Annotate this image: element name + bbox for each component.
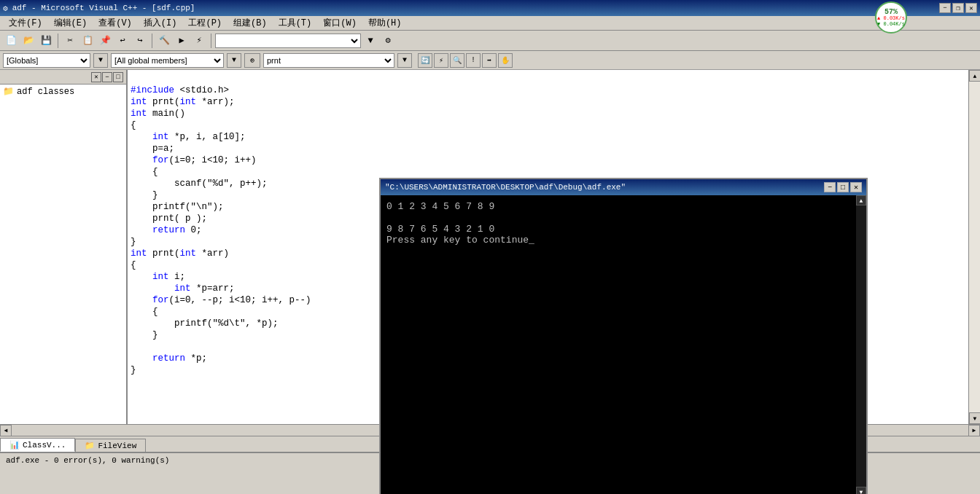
- tab-fileview-icon: 📁: [85, 441, 95, 450]
- terminal-line1: 0 1 2 3 4 5 6 7 8 9: [386, 201, 534, 212]
- tree-item-adf[interactable]: 📁 adf classes: [0, 85, 126, 98]
- toolbar-sep2: [152, 34, 152, 48]
- tab-fileview-label: FileView: [98, 442, 136, 450]
- terminal-close-btn[interactable]: ✕: [850, 182, 862, 192]
- menu-view[interactable]: 查看(V): [93, 16, 138, 30]
- menu-bar: 文件(F) 编辑(E) 查看(V) 插入(I) 工程(P) 组建(B) 工具(T…: [0, 16, 980, 31]
- terminal-window: "C:\USERS\ADMINISTRATOR\DESKTOP\adf\Debu…: [379, 178, 868, 494]
- menu-window[interactable]: 窗口(W): [317, 16, 362, 30]
- paste-button[interactable]: 📌: [97, 33, 113, 49]
- window-title: adf - Microsoft Visual C++ - [sdf.cpp]: [12, 4, 195, 12]
- build-btn1[interactable]: 🔨: [156, 33, 172, 49]
- members-select[interactable]: [All global members]: [111, 53, 224, 68]
- menu-build[interactable]: 组建(B): [228, 16, 273, 30]
- term-scroll-track[interactable]: [856, 205, 866, 487]
- terminal-titlebar: "C:\USERS\ADMINISTRATOR\DESKTOP\adf\Debu…: [381, 179, 866, 195]
- symbol-dropdown-btn[interactable]: ▼: [397, 53, 412, 68]
- tab-classview-label: ClassV...: [23, 441, 66, 450]
- dd-btn1[interactable]: 🔄: [418, 53, 432, 68]
- menu-edit[interactable]: 编辑(E): [48, 16, 93, 30]
- scope-dropdown-btn[interactable]: ▼: [93, 53, 108, 68]
- open-button[interactable]: 📂: [20, 33, 36, 49]
- close-button[interactable]: ✕: [965, 3, 977, 13]
- toolbar-sep3: [211, 34, 211, 48]
- dd-btn3[interactable]: 🔍: [450, 53, 464, 68]
- title-bar: ⚙ adf - Microsoft Visual C++ - [sdf.cpp]…: [0, 0, 980, 16]
- lp-minimize-btn[interactable]: −: [102, 72, 112, 82]
- scroll-down-btn[interactable]: ▼: [969, 412, 980, 424]
- extra-btn[interactable]: ⚙: [380, 33, 396, 49]
- status-text: adf.exe - 0 error(s), 0 warning(s): [6, 456, 169, 465]
- left-panel-header: ✕ − □: [0, 70, 126, 85]
- config-combo[interactable]: [215, 34, 361, 48]
- term-scroll-down[interactable]: ▼: [856, 487, 866, 494]
- terminal-restore-btn[interactable]: □: [837, 182, 849, 192]
- scope-select[interactable]: [Globals]: [3, 53, 90, 68]
- terminal-empty1: [386, 212, 534, 224]
- scroll-right-btn[interactable]: ▶: [968, 425, 980, 436]
- left-panel: ✕ − □ 📁 adf classes: [0, 70, 128, 424]
- scroll-left-btn[interactable]: ◀: [0, 425, 12, 436]
- lp-close-btn[interactable]: ✕: [91, 72, 101, 82]
- terminal-content-area: 0 1 2 3 4 5 6 7 8 9 9 8 7 6 5 4 3 2 1 0 …: [381, 195, 866, 494]
- terminal-line3: Press any key to continue_: [386, 235, 534, 246]
- toolbar-sep1: [58, 34, 58, 48]
- tab-classview-icon: 📊: [9, 440, 20, 450]
- redo-button[interactable]: ↪: [132, 33, 148, 49]
- left-panel-controls: ✕ − □: [91, 72, 123, 82]
- menu-insert[interactable]: 插入(I): [138, 16, 183, 30]
- terminal-line2: 9 8 7 6 5 4 3 2 1 0: [386, 224, 534, 235]
- title-bar-left: ⚙ adf - Microsoft Visual C++ - [sdf.cpp]: [3, 4, 195, 13]
- terminal-scrollbar: ▲ ▼: [856, 195, 866, 494]
- menu-file[interactable]: 文件(F): [3, 16, 48, 30]
- build-btn2[interactable]: ▶: [174, 33, 190, 49]
- terminal-minimize-btn[interactable]: −: [824, 182, 836, 192]
- title-bar-controls[interactable]: − ❐ ✕: [939, 3, 977, 13]
- main-layout: ✕ − □ 📁 adf classes #include <stdio.h> i…: [0, 70, 980, 424]
- app-icon: ⚙: [3, 4, 8, 13]
- build-btn3[interactable]: ⚡: [191, 33, 207, 49]
- menu-tools[interactable]: 工具(T): [273, 16, 318, 30]
- config-btn[interactable]: ▼: [362, 33, 378, 49]
- tab-classview[interactable]: 📊 ClassV...: [0, 438, 75, 452]
- dropdown-bar: [Globals] ▼ [All global members] ▼ ⊕ prn…: [0, 51, 980, 70]
- tab-fileview[interactable]: 📁 FileView: [75, 439, 146, 452]
- new-button[interactable]: 📄: [3, 33, 19, 49]
- menu-project[interactable]: 工程(P): [182, 16, 228, 30]
- symbol-select[interactable]: prnt: [263, 53, 394, 68]
- cut-button[interactable]: ✂: [62, 33, 78, 49]
- scroll-up-btn[interactable]: ▲: [969, 70, 980, 82]
- scope-icon-btn[interactable]: ⊕: [244, 53, 260, 68]
- copy-button[interactable]: 📋: [79, 33, 96, 49]
- dd-btn6[interactable]: ✋: [498, 53, 513, 68]
- dd-btn5[interactable]: ➡: [482, 53, 497, 68]
- minimize-button[interactable]: −: [939, 3, 951, 13]
- folder-icon: 📁: [3, 86, 14, 97]
- term-scroll-up[interactable]: ▲: [856, 195, 866, 205]
- right-scrollbar: ▲ ▼: [968, 70, 980, 424]
- undo-button[interactable]: ↩: [114, 33, 131, 49]
- restore-button[interactable]: ❐: [952, 3, 964, 13]
- terminal-body: 0 1 2 3 4 5 6 7 8 9 9 8 7 6 5 4 3 2 1 0 …: [381, 195, 540, 481]
- tree-item-label: adf classes: [17, 87, 74, 97]
- lp-maximize-btn[interactable]: □: [113, 72, 123, 82]
- menu-help[interactable]: 帮助(H): [362, 16, 408, 30]
- members-dropdown-btn[interactable]: ▼: [227, 53, 241, 68]
- terminal-title: "C:\USERS\ADMINISTRATOR\DESKTOP\adf\Debu…: [385, 183, 626, 192]
- terminal-controls: − □ ✕: [824, 182, 862, 192]
- dd-toolbar-right: 🔄 ⚡ 🔍 ! ➡ ✋: [418, 53, 513, 68]
- dd-btn2[interactable]: ⚡: [434, 53, 448, 68]
- save-button[interactable]: 💾: [38, 33, 54, 49]
- net-download: ▼ 0.04K/s: [877, 22, 905, 28]
- scroll-track[interactable]: [969, 82, 980, 412]
- network-widget: 57% ▲ 0.03K/s ▼ 0.04K/s: [875, 1, 907, 34]
- dd-btn4[interactable]: !: [466, 53, 481, 68]
- toolbar: 📄 📂 💾 ✂ 📋 📌 ↩ ↪ 🔨 ▶ ⚡ ▼ ⚙: [0, 31, 980, 51]
